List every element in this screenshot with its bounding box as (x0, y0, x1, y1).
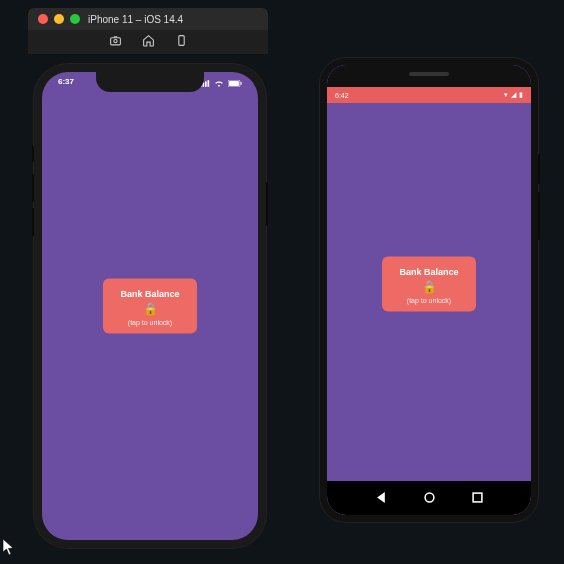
android-back-button[interactable] (376, 489, 387, 507)
window-traffic-lights (38, 14, 80, 24)
wifi-icon: ▾ (504, 91, 508, 99)
android-app-area[interactable]: Bank Balance 🔒 (tap to unlock) (327, 87, 531, 481)
android-power-button[interactable] (538, 154, 540, 184)
iphone-screen[interactable]: 6:37 Bank Balance 🔒 (tap to unlock) (42, 72, 258, 540)
bank-balance-tile[interactable]: Bank Balance 🔒 (tap to unlock) (382, 257, 476, 312)
iphone-volume-up-button[interactable] (32, 174, 34, 202)
svg-rect-5 (205, 81, 207, 86)
screenshot-icon[interactable] (109, 33, 122, 51)
balance-title: Bank Balance (120, 289, 179, 299)
wifi-icon (214, 80, 224, 89)
iphone-volume-down-button[interactable] (32, 208, 34, 236)
iphone-device-frame: 6:37 Bank Balance 🔒 (tap to unlock) (34, 64, 266, 548)
svg-rect-0 (110, 38, 120, 45)
mouse-cursor-icon (2, 538, 16, 560)
bank-balance-tile[interactable]: Bank Balance 🔒 (tap to unlock) (103, 279, 197, 334)
svg-point-1 (113, 39, 116, 42)
tap-to-unlock-hint: (tap to unlock) (407, 297, 451, 304)
svg-rect-8 (229, 81, 239, 86)
ios-time-label: 6:37 (58, 77, 74, 91)
android-overview-button[interactable] (472, 489, 483, 507)
svg-rect-6 (208, 80, 210, 87)
lock-icon: 🔒 (422, 281, 437, 293)
battery-icon (228, 80, 242, 89)
iphone-silence-switch[interactable] (32, 146, 34, 162)
iphone-power-button[interactable] (266, 182, 268, 226)
android-status-bar: 6:42 ▾ ◢ ▮ (327, 87, 531, 103)
svg-rect-11 (473, 493, 482, 502)
svg-rect-9 (241, 82, 242, 85)
window-minimize-button[interactable] (54, 14, 64, 24)
battery-icon: ▮ (519, 91, 523, 99)
iphone-notch (96, 72, 204, 92)
android-device-frame: 6:42 ▾ ◢ ▮ Bank Balance 🔒 (tap to unlock… (320, 58, 538, 522)
android-time-label: 6:42 (335, 92, 349, 99)
android-screen[interactable]: 6:42 ▾ ◢ ▮ Bank Balance 🔒 (tap to unlock… (327, 65, 531, 515)
tap-to-unlock-hint: (tap to unlock) (128, 319, 172, 326)
rotate-icon[interactable] (175, 33, 188, 51)
home-icon[interactable] (142, 33, 155, 51)
simulator-toolbar (28, 30, 268, 54)
android-navigation-bar (327, 481, 531, 515)
lock-icon: 🔒 (143, 303, 158, 315)
android-top-bezel (327, 65, 531, 87)
simulator-titlebar: iPhone 11 – iOS 14.4 (28, 8, 268, 30)
window-zoom-button[interactable] (70, 14, 80, 24)
signal-icon: ◢ (511, 91, 516, 99)
svg-rect-2 (178, 36, 183, 46)
android-status-right: ▾ ◢ ▮ (504, 91, 523, 99)
ios-status-right (200, 77, 242, 91)
simulator-title: iPhone 11 – iOS 14.4 (88, 14, 183, 25)
svg-point-10 (425, 493, 434, 502)
android-home-button[interactable] (424, 489, 435, 507)
balance-title: Bank Balance (399, 267, 458, 277)
android-volume-button[interactable] (538, 192, 540, 240)
android-speaker (409, 72, 449, 76)
window-close-button[interactable] (38, 14, 48, 24)
